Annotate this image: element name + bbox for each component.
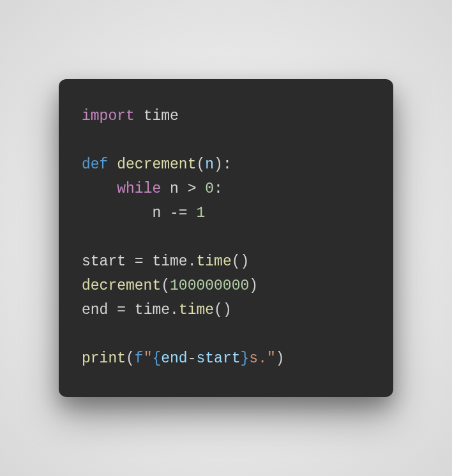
fn-decrement: decrement	[82, 278, 161, 294]
colon: :	[223, 156, 232, 173]
num-one: 1	[196, 205, 205, 221]
op-minus: -	[188, 350, 197, 367]
var-n: n	[152, 205, 161, 221]
fn-print: print	[82, 350, 126, 367]
code-block: import time def decrement(n): while n > …	[59, 79, 393, 396]
paren-open: (	[161, 278, 170, 294]
indent	[82, 205, 152, 221]
fn-time: time	[196, 253, 231, 270]
paren-open: (	[126, 350, 135, 367]
param-n: n	[205, 156, 214, 173]
var-n: n	[170, 181, 179, 197]
dot: .	[170, 302, 179, 318]
paren-close: )	[249, 278, 258, 294]
keyword-def: def	[82, 156, 108, 173]
paren-close: )	[214, 156, 223, 173]
var-start: start	[82, 253, 126, 270]
op-eq: =	[135, 253, 144, 270]
num-zero: 0	[205, 181, 214, 197]
function-name: decrement	[117, 156, 196, 173]
op-eq: =	[117, 302, 126, 318]
expr-end: end	[161, 350, 187, 367]
op-gt: >	[188, 181, 197, 197]
module-name: time	[144, 108, 179, 124]
op-minuseq: -=	[170, 205, 188, 221]
indent	[82, 181, 117, 197]
brace-open: {	[152, 350, 161, 367]
quote-open: "	[144, 350, 153, 367]
colon: :	[214, 181, 223, 197]
str-literal: s.	[249, 350, 267, 367]
num-arg: 100000000	[170, 278, 249, 294]
paren-close: )	[276, 350, 285, 367]
dot: .	[188, 253, 197, 270]
paren-open: (	[196, 156, 205, 173]
quote-close: "	[267, 350, 276, 367]
parens: ()	[232, 253, 250, 270]
code-content: import time def decrement(n): while n > …	[82, 105, 370, 371]
mod-time: time	[135, 302, 170, 318]
var-end: end	[82, 302, 108, 318]
mod-time: time	[152, 253, 187, 270]
keyword-while: while	[117, 181, 161, 197]
fstring-prefix: f	[135, 350, 144, 367]
brace-close: }	[241, 350, 250, 367]
expr-start: start	[197, 350, 241, 367]
parens: ()	[214, 302, 232, 318]
fn-time: time	[179, 302, 214, 318]
keyword-import: import	[82, 108, 135, 124]
